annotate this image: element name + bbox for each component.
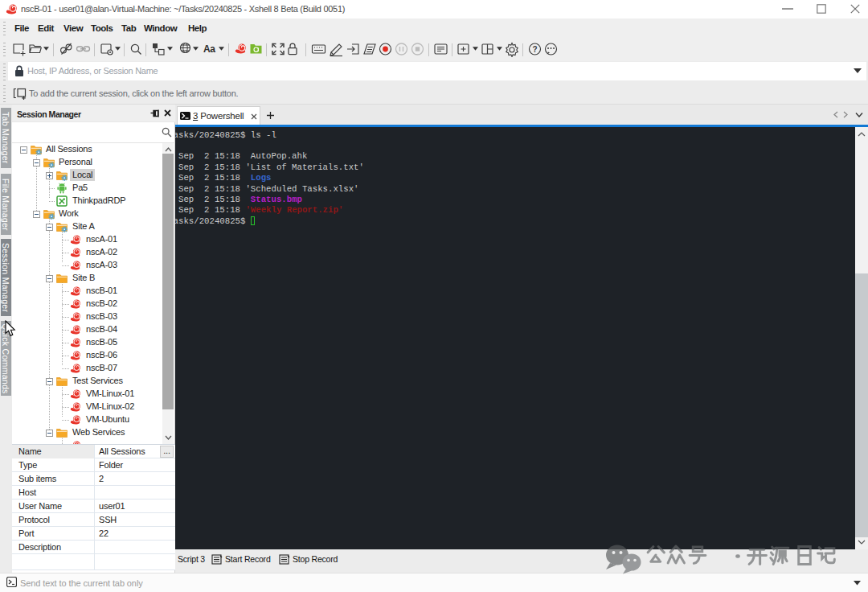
svg-text:?: ? bbox=[532, 45, 537, 54]
